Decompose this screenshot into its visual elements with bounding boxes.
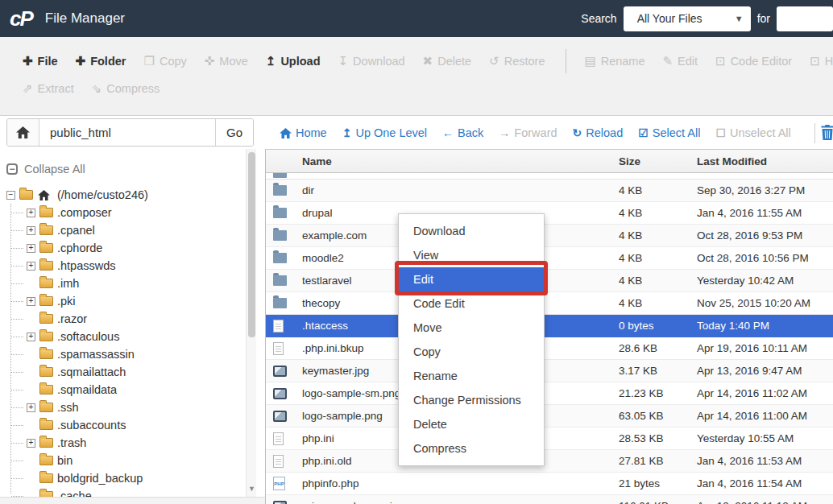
expand-toggle-icon[interactable]: + [27,226,35,235]
up-one-level-link[interactable]: ↥Up One Level [342,126,427,139]
file-button[interactable]: ✚File [23,54,58,68]
sidebar-item-sqmailattach[interactable]: .sqmailattach [0,363,242,381]
extract-button[interactable]: ⇗Extract [23,81,74,96]
sidebar-item-spamassassin[interactable]: .spamassassin [0,345,242,363]
unselect-all-link[interactable]: ☐Unselect All [715,126,790,139]
compress-button[interactable]: ⇘Compress [92,81,160,96]
forward-link[interactable]: →Forward [499,126,557,139]
sidebar-item-sqmaildata[interactable]: .sqmaildata [0,381,242,399]
scrollbar-thumb[interactable] [248,152,255,337]
sidebar-item-trash[interactable]: +.trash [0,434,242,452]
context-menu: DownloadViewEditCode EditMoveCopyRenameC… [398,213,545,466]
expand-toggle-icon[interactable]: + [27,209,35,217]
sidebar-item-cphorde[interactable]: +.cphorde [0,239,242,257]
column-header-name[interactable]: Name [302,155,619,167]
toolbar-divider [566,49,566,73]
move-button[interactable]: ✜Move [205,54,248,68]
table-row[interactable]: keymaster.jpg3.17 KBApr 13, 2016 9:47 AM [266,360,833,382]
restore-icon: ↺ [489,54,499,68]
menu-item-compress[interactable]: Compress [399,436,544,461]
table-body: dir4 KBSep 30, 2016 3:27 PMdrupal4 KBJan… [266,173,833,504]
sidebar-item-htpasswds[interactable]: +.htpasswds [0,257,242,275]
upload-button[interactable]: ↥Upload [266,54,321,68]
table-row[interactable]: phpinfo.php21 bytesJan 4, 2016 11:54 AM [266,473,833,495]
search-input[interactable] [777,6,833,31]
sidebar-item-softaculous[interactable]: +.softaculous [0,328,242,345]
search-scope-select[interactable]: All Your Files ▼ [624,6,751,31]
home-icon[interactable] [7,119,39,146]
app-header: cP File Manager Search All Your Files ▼ … [0,0,833,37]
go-button[interactable]: Go [215,119,253,146]
extract-icon: ⇗ [23,81,33,96]
table-row[interactable]: .htaccess0 bytesToday 1:40 PM [266,315,833,337]
code-editor-button[interactable]: ⊡Code Editor [715,54,792,68]
table-row[interactable]: thecopy4 KBNov 25, 2015 10:20 AM [266,292,833,315]
download-button[interactable]: ↧Download [338,54,405,68]
table-row[interactable]: example.com4 KBOct 28, 2016 9:53 PM [266,225,833,247]
sidebar-item-composer[interactable]: +.composer [0,204,242,221]
table-row[interactable]: logo-sample-sm.png21.23 KBApr 14, 2016 1… [266,382,833,405]
table-row[interactable]: php.ini.old27.81 KBJan 4, 2016 11:53 AM [266,450,833,473]
expand-toggle-icon[interactable]: + [27,403,35,412]
menu-item-download[interactable]: Download [399,219,544,243]
sidebar-item-bin[interactable]: bin [0,452,242,469]
menu-item-move[interactable]: Move [399,316,544,340]
table-row-partial[interactable] [266,173,833,180]
collapse-toggle-icon[interactable]: − [6,191,15,200]
html-editor-button[interactable]: ⊡HTML Editor [810,54,833,68]
download-icon: ↧ [338,54,349,68]
sidebar-item-label: .sqmailattach [57,366,126,378]
reload-link[interactable]: ↻Reload [573,126,624,139]
copy-button[interactable]: ❐Copy [143,54,186,68]
row-icon-cell [266,315,302,337]
table-row[interactable]: moodle24 KBOct 28, 2016 10:56 PM [266,247,833,270]
delete-button[interactable]: ✖Delete [423,54,472,68]
select-all-link[interactable]: ☑Select All [638,126,700,139]
column-header-last-modified[interactable]: Last Modified [697,155,833,167]
sidebar-item-home-custo246[interactable]: −(/home/custo246) [0,186,242,204]
collapse-all-button[interactable]: − Collapse All [6,163,85,176]
file-label: File [38,55,58,68]
column-header-size[interactable]: Size [619,155,697,167]
rename-button[interactable]: ▤Rename [584,54,644,68]
expand-toggle-icon[interactable]: + [27,262,35,271]
table-row[interactable]: dir4 KBSep 30, 2016 3:27 PM [266,180,833,202]
sidebar-item-ssh[interactable]: +.ssh [0,399,242,416]
menu-item-change-permissions[interactable]: Change Permissions [399,388,544,412]
folder-button[interactable]: ✚Folder [76,54,126,68]
sidebar-item-cpanel[interactable]: +.cpanel [0,221,242,239]
search-label: Search [581,12,616,25]
sidebar-item-boldgrid-backup[interactable]: boldgrid_backup [0,469,242,487]
menu-item-edit[interactable]: Edit [399,267,544,291]
expand-toggle-icon[interactable]: + [27,439,35,448]
table-row[interactable]: testlaravel4 KBYesterday 10:42 AM [266,270,833,292]
menu-item-view[interactable]: View [399,243,544,267]
sidebar-item-imh[interactable]: .imh [0,275,242,292]
table-row[interactable]: .php.ini.bkup28.6 KBApr 19, 2016 10:11 A… [266,337,833,360]
menu-item-delete[interactable]: Delete [399,412,544,436]
table-row[interactable]: logo-sample.png63.05 KBApr 14, 2016 11:0… [266,405,833,428]
table-row[interactable]: php.ini28.53 KBYesterday 10:55 AM [266,428,833,450]
sidebar-vertical-scrollbar[interactable]: ▼ [246,149,256,497]
sidebar-item-pki[interactable]: +.pki [0,292,242,310]
expand-toggle-icon[interactable]: + [27,297,35,306]
menu-item-copy[interactable]: Copy [399,340,544,364]
edit-button[interactable]: ✎Edit [662,54,698,68]
menu-item-rename[interactable]: Rename [399,364,544,388]
scrollbar-down-arrow-icon[interactable]: ▼ [247,482,257,495]
sidebar-item-razor[interactable]: .razor [0,310,242,328]
expand-toggle-icon[interactable]: + [27,333,35,341]
menu-item-code-edit[interactable]: Code Edit [399,291,544,316]
trash-icon[interactable] [821,125,833,140]
back-link[interactable]: ←Back [442,126,483,139]
sidebar-item-subaccounts[interactable]: .subaccounts [0,416,242,434]
path-input[interactable] [39,119,215,146]
sidebar-horizontal-scrollbar[interactable] [0,497,265,504]
folder-icon [39,243,53,253]
table-row[interactable]: drupal4 KBJan 4, 2016 11:55 AM [266,202,833,225]
table-row[interactable]: primary-submenu.jpg116.01 KBApr 12, 2016… [266,495,833,504]
restore-button[interactable]: ↺Restore [489,54,545,68]
row-icon-cell [266,337,302,359]
expand-toggle-icon[interactable]: + [27,244,35,253]
home-link[interactable]: Home [280,126,327,139]
